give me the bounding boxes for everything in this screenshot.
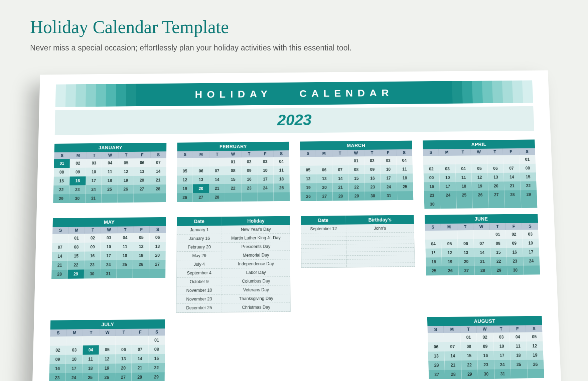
day-cell: 28 bbox=[209, 193, 225, 202]
dow-label: F bbox=[132, 329, 149, 336]
day-cell: 06 bbox=[487, 164, 504, 173]
day-cell bbox=[225, 193, 241, 202]
day-cell: 03 bbox=[380, 156, 397, 165]
dow-label: T bbox=[493, 326, 510, 333]
day-cell: 13 bbox=[149, 242, 166, 251]
info-cell: Presidents Day bbox=[222, 242, 290, 252]
day-cell: 03 bbox=[66, 346, 83, 355]
day-cell: 07 bbox=[150, 158, 166, 167]
day-cell: 25 bbox=[426, 266, 442, 275]
day-cell: 14 bbox=[150, 167, 166, 176]
day-cell: 18 bbox=[426, 257, 442, 266]
day-cell: 21 bbox=[332, 183, 349, 192]
day-cell bbox=[423, 156, 439, 165]
info-header-cell: Date bbox=[177, 217, 222, 226]
info-cell: John's bbox=[346, 224, 414, 233]
day-cell: 17 bbox=[523, 248, 540, 257]
day-cell: 22 bbox=[520, 181, 537, 190]
dow-label: W bbox=[101, 227, 117, 234]
day-cell: 13 bbox=[316, 174, 332, 183]
day-cell: 11 bbox=[102, 167, 118, 176]
dow-label: M bbox=[316, 150, 332, 157]
info-cell: Christmas Day bbox=[222, 303, 290, 312]
dow-label: S bbox=[526, 325, 543, 332]
day-cell: 28 bbox=[445, 370, 462, 379]
day-cell: 26 bbox=[177, 193, 193, 202]
dow-label: S bbox=[519, 148, 535, 155]
dow-label: S bbox=[300, 150, 316, 157]
day-cell: 25 bbox=[82, 373, 99, 381]
day-cell: 08 bbox=[225, 166, 241, 175]
day-cell bbox=[455, 155, 471, 164]
dow-label: M bbox=[441, 224, 457, 231]
day-cell: 30 bbox=[69, 194, 86, 203]
day-cell: 31 bbox=[86, 194, 102, 203]
day-cell: 21 bbox=[52, 261, 68, 270]
dow-label: F bbox=[503, 148, 519, 155]
day-cell: 18 bbox=[456, 182, 472, 191]
year-row: 2023 bbox=[55, 106, 534, 135]
day-cell: 05 bbox=[177, 167, 193, 176]
day-cell bbox=[258, 193, 274, 202]
holiday-table: DateHolidayJanuary 1New Year's DayJanuar… bbox=[176, 216, 291, 313]
day-cell: 27 bbox=[488, 190, 505, 200]
day-cell bbox=[316, 157, 332, 166]
day-cell: 17 bbox=[101, 251, 117, 260]
dow-label: S bbox=[177, 151, 193, 158]
day-cell: 16 bbox=[84, 251, 101, 260]
day-cell: 20 bbox=[149, 251, 166, 260]
day-cell: 07 bbox=[474, 239, 490, 248]
day-cell: 22 bbox=[349, 183, 365, 192]
day-cell: 14 bbox=[445, 351, 461, 361]
day-cell: 29 bbox=[491, 266, 507, 275]
dow-label: S bbox=[52, 227, 69, 234]
month-header: JUNE bbox=[425, 214, 538, 224]
day-cell: 16 bbox=[364, 174, 381, 183]
day-cell bbox=[428, 333, 444, 343]
dow-label: T bbox=[116, 329, 132, 336]
day-cell bbox=[118, 194, 134, 203]
dow-label: T bbox=[86, 152, 102, 159]
day-cell: 17 bbox=[494, 351, 510, 360]
dow-label: T bbox=[117, 226, 134, 233]
day-cell bbox=[117, 269, 133, 278]
day-cell: 11 bbox=[397, 165, 413, 174]
day-cell: 26 bbox=[472, 190, 489, 200]
day-cell: 12 bbox=[300, 174, 316, 183]
dow-label: T bbox=[487, 148, 503, 155]
day-cell: 27 bbox=[317, 192, 333, 201]
day-cell: 31 bbox=[381, 191, 397, 200]
day-cell: 07 bbox=[503, 164, 520, 173]
day-cell: 13 bbox=[488, 173, 504, 182]
dow-label: W bbox=[102, 152, 118, 159]
info-cell: Martin Luther King Jr. Day bbox=[222, 234, 290, 243]
day-cell: 15 bbox=[148, 354, 165, 363]
day-cell: 17 bbox=[381, 174, 397, 183]
info-cell: September 4 bbox=[177, 269, 222, 278]
day-cell: 16 bbox=[506, 248, 523, 257]
day-cell: 18 bbox=[273, 175, 289, 184]
day-cell: 29 bbox=[148, 372, 165, 381]
day-cell: 23 bbox=[424, 191, 440, 200]
dow-label: W bbox=[99, 329, 116, 336]
info-cell: January 16 bbox=[177, 234, 222, 243]
day-cell: 11 bbox=[510, 342, 527, 351]
day-cell: 23 bbox=[69, 185, 86, 194]
year-label: 2023 bbox=[277, 111, 312, 129]
day-cell: 15 bbox=[68, 252, 85, 261]
day-cell: 15 bbox=[461, 351, 478, 361]
month-header: JULY bbox=[50, 320, 165, 330]
dow-label: T bbox=[455, 149, 471, 156]
day-cell: 18 bbox=[117, 251, 133, 260]
day-cell: 22 bbox=[68, 261, 84, 270]
day-cell: 12 bbox=[442, 248, 458, 257]
day-cell: 09 bbox=[70, 168, 86, 177]
info-cell: January 1 bbox=[177, 226, 222, 235]
day-cell: 31 bbox=[494, 369, 511, 379]
day-cell: 20 bbox=[193, 184, 209, 193]
day-cell: 23 bbox=[241, 184, 257, 193]
day-cell: 26 bbox=[133, 260, 149, 269]
day-cell bbox=[489, 199, 505, 208]
day-cell bbox=[397, 191, 413, 200]
day-cell: 25 bbox=[510, 360, 527, 369]
